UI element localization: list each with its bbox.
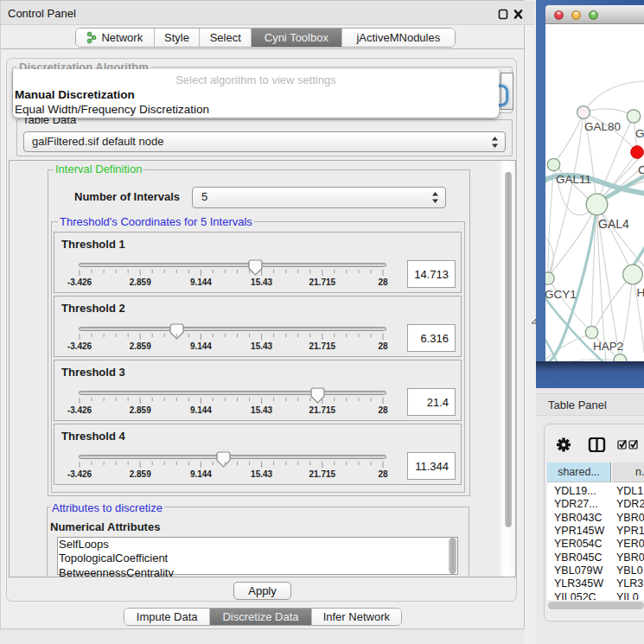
svg-text:H: H (637, 286, 644, 299)
svg-text:HAP2: HAP2 (593, 340, 623, 353)
svg-text:GCY1: GCY1 (545, 288, 577, 301)
svg-text:GAL80: GAL80 (584, 120, 621, 133)
svg-text:G...: G... (635, 127, 644, 140)
svg-text:GAL4: GAL4 (598, 217, 629, 231)
svg-text:C: C (638, 163, 644, 176)
svg-text:GAL11: GAL11 (556, 173, 591, 186)
